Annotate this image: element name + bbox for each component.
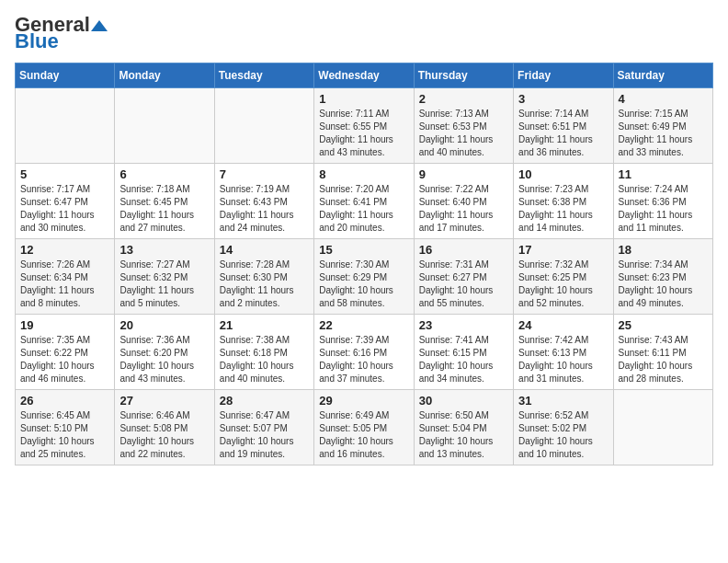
day-number: 8 bbox=[319, 167, 408, 181]
day-number: 28 bbox=[220, 394, 309, 408]
day-info: Sunrise: 7:38 AM Sunset: 6:18 PM Dayligh… bbox=[220, 334, 309, 385]
day-number: 5 bbox=[20, 167, 109, 181]
day-number: 10 bbox=[518, 167, 608, 181]
calendar-cell: 21Sunrise: 7:38 AM Sunset: 6:18 PM Dayli… bbox=[214, 315, 313, 390]
calendar-cell: 23Sunrise: 7:41 AM Sunset: 6:15 PM Dayli… bbox=[414, 315, 513, 390]
day-number: 23 bbox=[419, 318, 508, 332]
calendar-cell: 5Sunrise: 7:17 AM Sunset: 6:47 PM Daylig… bbox=[16, 164, 115, 239]
svg-marker-0 bbox=[91, 20, 108, 31]
calendar-cell: 6Sunrise: 7:18 AM Sunset: 6:45 PM Daylig… bbox=[115, 164, 214, 239]
calendar-cell: 13Sunrise: 7:27 AM Sunset: 6:32 PM Dayli… bbox=[115, 239, 214, 315]
calendar-cell: 4Sunrise: 7:15 AM Sunset: 6:49 PM Daylig… bbox=[613, 88, 712, 164]
day-info: Sunrise: 6:50 AM Sunset: 5:04 PM Dayligh… bbox=[419, 409, 508, 461]
day-info: Sunrise: 7:22 AM Sunset: 6:40 PM Dayligh… bbox=[419, 183, 508, 235]
calendar-cell: 15Sunrise: 7:30 AM Sunset: 6:29 PM Dayli… bbox=[314, 239, 414, 315]
day-info: Sunrise: 7:11 AM Sunset: 6:55 PM Dayligh… bbox=[319, 108, 408, 159]
weekday-header-row: SundayMondayTuesdayWednesdayThursdayFrid… bbox=[16, 63, 713, 88]
calendar-week-row: 19Sunrise: 7:35 AM Sunset: 6:22 PM Dayli… bbox=[16, 315, 713, 390]
page-header: General Blue bbox=[15, 15, 713, 52]
day-info: Sunrise: 7:31 AM Sunset: 6:27 PM Dayligh… bbox=[419, 259, 508, 310]
weekday-header-thursday: Thursday bbox=[414, 63, 513, 88]
day-number: 31 bbox=[518, 394, 608, 408]
day-info: Sunrise: 7:27 AM Sunset: 6:32 PM Dayligh… bbox=[119, 259, 209, 310]
calendar-cell: 11Sunrise: 7:24 AM Sunset: 6:36 PM Dayli… bbox=[613, 164, 712, 239]
calendar-cell bbox=[16, 88, 115, 164]
calendar-cell: 24Sunrise: 7:42 AM Sunset: 6:13 PM Dayli… bbox=[514, 315, 613, 390]
day-info: Sunrise: 7:17 AM Sunset: 6:47 PM Dayligh… bbox=[20, 183, 109, 235]
calendar-table: SundayMondayTuesdayWednesdayThursdayFrid… bbox=[15, 63, 713, 465]
calendar-cell bbox=[214, 88, 313, 164]
day-info: Sunrise: 7:28 AM Sunset: 6:30 PM Dayligh… bbox=[220, 259, 309, 310]
weekday-header-tuesday: Tuesday bbox=[214, 63, 313, 88]
logo: General Blue bbox=[15, 15, 108, 52]
day-info: Sunrise: 7:43 AM Sunset: 6:11 PM Dayligh… bbox=[619, 334, 708, 385]
day-info: Sunrise: 7:32 AM Sunset: 6:25 PM Dayligh… bbox=[518, 259, 608, 310]
day-number: 20 bbox=[119, 318, 209, 332]
day-number: 29 bbox=[319, 394, 408, 408]
calendar-cell: 26Sunrise: 6:45 AM Sunset: 5:10 PM Dayli… bbox=[16, 390, 115, 465]
day-number: 6 bbox=[119, 167, 209, 181]
day-info: Sunrise: 7:20 AM Sunset: 6:41 PM Dayligh… bbox=[319, 183, 408, 235]
day-number: 9 bbox=[419, 167, 508, 181]
calendar-cell: 2Sunrise: 7:13 AM Sunset: 6:53 PM Daylig… bbox=[414, 88, 513, 164]
day-info: Sunrise: 7:41 AM Sunset: 6:15 PM Dayligh… bbox=[419, 334, 508, 385]
day-info: Sunrise: 6:47 AM Sunset: 5:07 PM Dayligh… bbox=[220, 409, 309, 461]
day-info: Sunrise: 7:14 AM Sunset: 6:51 PM Dayligh… bbox=[518, 108, 608, 159]
weekday-header-wednesday: Wednesday bbox=[314, 63, 414, 88]
day-number: 18 bbox=[619, 243, 708, 257]
calendar-week-row: 1Sunrise: 7:11 AM Sunset: 6:55 PM Daylig… bbox=[16, 88, 713, 164]
calendar-cell: 22Sunrise: 7:39 AM Sunset: 6:16 PM Dayli… bbox=[314, 315, 414, 390]
day-number: 14 bbox=[220, 243, 309, 257]
calendar-cell: 16Sunrise: 7:31 AM Sunset: 6:27 PM Dayli… bbox=[414, 239, 513, 315]
day-number: 15 bbox=[319, 243, 408, 257]
calendar-cell: 1Sunrise: 7:11 AM Sunset: 6:55 PM Daylig… bbox=[314, 88, 414, 164]
day-number: 22 bbox=[319, 318, 408, 332]
calendar-cell: 19Sunrise: 7:35 AM Sunset: 6:22 PM Dayli… bbox=[16, 315, 115, 390]
day-number: 7 bbox=[220, 167, 309, 181]
weekday-header-friday: Friday bbox=[514, 63, 613, 88]
calendar-cell: 29Sunrise: 6:49 AM Sunset: 5:05 PM Dayli… bbox=[314, 390, 414, 465]
weekday-header-sunday: Sunday bbox=[16, 63, 115, 88]
day-number: 13 bbox=[119, 243, 209, 257]
calendar-cell: 28Sunrise: 6:47 AM Sunset: 5:07 PM Dayli… bbox=[214, 390, 313, 465]
day-info: Sunrise: 7:19 AM Sunset: 6:43 PM Dayligh… bbox=[220, 183, 309, 235]
day-number: 30 bbox=[419, 394, 508, 408]
calendar-cell: 27Sunrise: 6:46 AM Sunset: 5:08 PM Dayli… bbox=[115, 390, 214, 465]
day-info: Sunrise: 7:42 AM Sunset: 6:13 PM Dayligh… bbox=[518, 334, 608, 385]
day-info: Sunrise: 7:24 AM Sunset: 6:36 PM Dayligh… bbox=[619, 183, 708, 235]
calendar-cell: 7Sunrise: 7:19 AM Sunset: 6:43 PM Daylig… bbox=[214, 164, 313, 239]
day-number: 27 bbox=[119, 394, 209, 408]
day-number: 21 bbox=[220, 318, 309, 332]
calendar-week-row: 12Sunrise: 7:26 AM Sunset: 6:34 PM Dayli… bbox=[16, 239, 713, 315]
day-number: 11 bbox=[619, 167, 708, 181]
day-info: Sunrise: 7:18 AM Sunset: 6:45 PM Dayligh… bbox=[119, 183, 209, 235]
day-number: 16 bbox=[419, 243, 508, 257]
day-info: Sunrise: 7:34 AM Sunset: 6:23 PM Dayligh… bbox=[619, 259, 708, 310]
calendar-week-row: 5Sunrise: 7:17 AM Sunset: 6:47 PM Daylig… bbox=[16, 164, 713, 239]
day-info: Sunrise: 6:45 AM Sunset: 5:10 PM Dayligh… bbox=[20, 409, 109, 461]
calendar-cell: 20Sunrise: 7:36 AM Sunset: 6:20 PM Dayli… bbox=[115, 315, 214, 390]
calendar-cell: 3Sunrise: 7:14 AM Sunset: 6:51 PM Daylig… bbox=[514, 88, 613, 164]
day-info: Sunrise: 7:26 AM Sunset: 6:34 PM Dayligh… bbox=[20, 259, 109, 310]
calendar-cell: 8Sunrise: 7:20 AM Sunset: 6:41 PM Daylig… bbox=[314, 164, 414, 239]
calendar-cell: 18Sunrise: 7:34 AM Sunset: 6:23 PM Dayli… bbox=[613, 239, 712, 315]
day-info: Sunrise: 6:46 AM Sunset: 5:08 PM Dayligh… bbox=[119, 409, 209, 461]
day-info: Sunrise: 7:36 AM Sunset: 6:20 PM Dayligh… bbox=[119, 334, 209, 385]
calendar-cell: 12Sunrise: 7:26 AM Sunset: 6:34 PM Dayli… bbox=[16, 239, 115, 315]
day-info: Sunrise: 7:39 AM Sunset: 6:16 PM Dayligh… bbox=[319, 334, 408, 385]
day-info: Sunrise: 7:13 AM Sunset: 6:53 PM Dayligh… bbox=[419, 108, 508, 159]
weekday-header-saturday: Saturday bbox=[613, 63, 712, 88]
day-number: 26 bbox=[20, 394, 109, 408]
day-info: Sunrise: 6:52 AM Sunset: 5:02 PM Dayligh… bbox=[518, 409, 608, 461]
day-number: 17 bbox=[518, 243, 608, 257]
calendar-cell: 17Sunrise: 7:32 AM Sunset: 6:25 PM Dayli… bbox=[514, 239, 613, 315]
logo-blue: Blue bbox=[15, 31, 59, 52]
day-number: 24 bbox=[518, 318, 608, 332]
day-number: 4 bbox=[619, 92, 708, 106]
calendar-cell: 14Sunrise: 7:28 AM Sunset: 6:30 PM Dayli… bbox=[214, 239, 313, 315]
calendar-cell: 30Sunrise: 6:50 AM Sunset: 5:04 PM Dayli… bbox=[414, 390, 513, 465]
calendar-cell: 10Sunrise: 7:23 AM Sunset: 6:38 PM Dayli… bbox=[514, 164, 613, 239]
day-number: 25 bbox=[619, 318, 708, 332]
calendar-cell: 31Sunrise: 6:52 AM Sunset: 5:02 PM Dayli… bbox=[514, 390, 613, 465]
day-info: Sunrise: 7:23 AM Sunset: 6:38 PM Dayligh… bbox=[518, 183, 608, 235]
